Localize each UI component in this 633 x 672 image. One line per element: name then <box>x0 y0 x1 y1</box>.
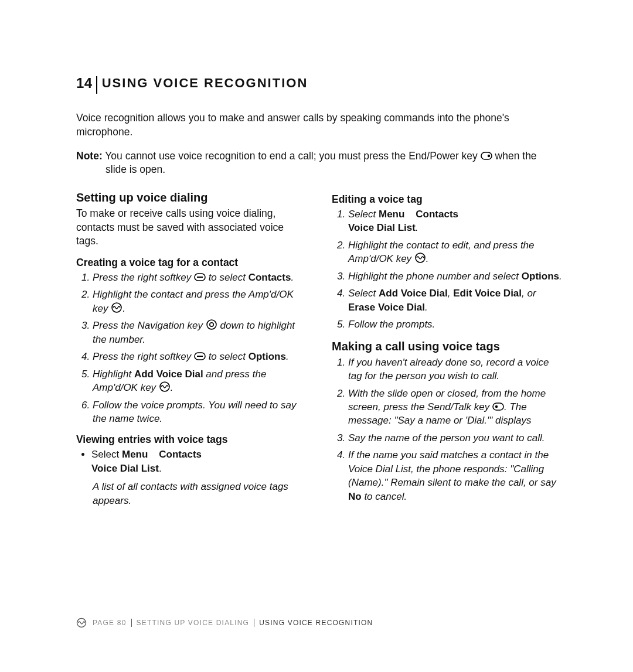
note-paragraph: Note: You cannot use voice recognition t… <box>76 149 563 177</box>
send-talk-key-icon <box>492 401 504 412</box>
step-item: If the name you said matches a contact i… <box>348 448 563 503</box>
softkey-icon <box>194 272 206 282</box>
subsection-heading: Viewing entries with voice tags <box>76 434 307 446</box>
footer-crumb: SETTING UP VOICE DIALING <box>137 619 250 627</box>
ok-key-icon <box>111 302 122 313</box>
step-item: Follow the prompts. <box>348 318 563 331</box>
step-item: Press the right softkey to select Option… <box>93 350 307 363</box>
step-item: Highlight Add Voice Dial and press the A… <box>93 367 307 395</box>
step-item: Follow the voice prompts. You will need … <box>93 398 307 426</box>
step-item: Select Menu ContactsVoice Dial List. <box>348 207 563 235</box>
step-item: Highlight the contact to edit, and press… <box>348 238 563 266</box>
steps-list: Select Menu ContactsVoice Dial List. Hig… <box>332 207 563 332</box>
chapter-number: 14 <box>76 76 97 94</box>
step-item: With the slide open or closed, from the … <box>348 387 563 428</box>
bullet-list: Select Menu ContactsVoice Dial List. <box>76 448 307 475</box>
subsection-heading: Editing a voice tag <box>332 193 563 206</box>
navigation-key-icon <box>206 319 217 330</box>
note-text-2: when the <box>492 150 537 162</box>
step-item: Select Add Voice Dial, Edit Voice Dial, … <box>348 286 563 314</box>
footer-crumb: USING VOICE RECOGNITION <box>259 619 373 627</box>
note-text-1: You cannot use voice recognition to end … <box>103 150 481 162</box>
intro-paragraph: Voice recognition allows you to make and… <box>76 111 563 139</box>
subsection-heading: Creating a voice tag for a contact <box>76 257 307 269</box>
note-line-2: slide is open. <box>76 163 563 177</box>
right-column: Editing a voice tag Select Menu Contacts… <box>332 191 563 514</box>
section-heading: Setting up voice dialing <box>76 191 307 204</box>
step-item: Say the name of the person you want to c… <box>348 431 563 445</box>
footer-page-number: PAGE 80 <box>93 619 127 627</box>
step-item: Highlight the contact and press the Amp'… <box>93 288 307 315</box>
footer-separator <box>131 619 132 627</box>
step-item: If you haven't already done so, record a… <box>348 356 563 383</box>
page-footer: PAGE 80 SETTING UP VOICE DIALING USING V… <box>76 618 373 628</box>
left-column: Setting up voice dialing To make or rece… <box>76 191 307 514</box>
chapter-heading: 14 USING VOICE RECOGNITION <box>76 76 563 94</box>
step-item: Press the right softkey to select Contac… <box>93 271 307 284</box>
chapter-title: USING VOICE RECOGNITION <box>97 76 308 94</box>
two-column-layout: Setting up voice dialing To make or rece… <box>76 191 563 514</box>
steps-list: Press the right softkey to select Contac… <box>76 271 307 426</box>
section-heading: Making a call using voice tags <box>332 340 563 353</box>
footer-separator <box>254 619 254 627</box>
ok-key-icon <box>414 252 426 264</box>
step-item: Press the Navigation key down to highlig… <box>93 319 307 346</box>
end-power-key-icon <box>481 151 492 161</box>
document-page: 14 USING VOICE RECOGNITION Voice recogni… <box>0 0 633 672</box>
steps-list: If you haven't already done so, record a… <box>332 356 563 504</box>
step-item: Highlight the phone number and select Op… <box>348 270 563 283</box>
bullet-item: Select Menu ContactsVoice Dial List. <box>91 448 307 475</box>
section-lead: To make or receive calls using voice dia… <box>76 207 307 248</box>
footer-logo-icon <box>76 618 87 628</box>
list-note: A list of all contacts with assigned voi… <box>93 480 307 507</box>
softkey-icon <box>194 351 206 361</box>
note-label: Note: <box>76 150 103 162</box>
ok-key-icon <box>159 381 171 393</box>
